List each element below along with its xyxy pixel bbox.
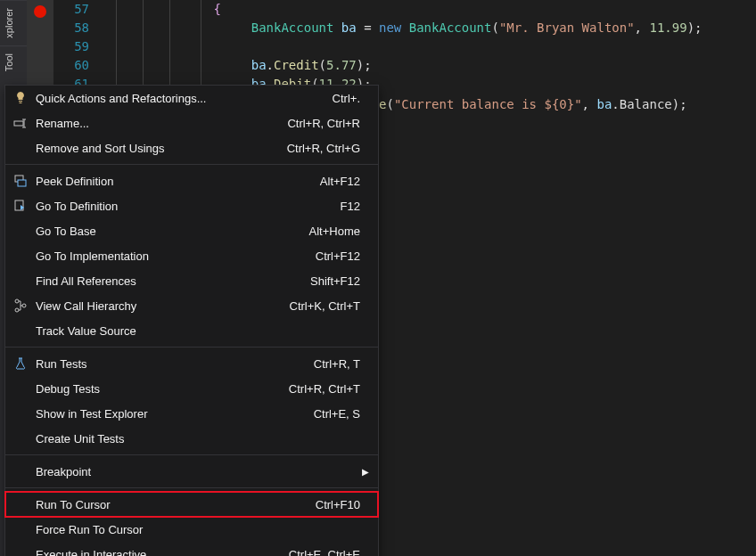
svg-rect-2 bbox=[18, 180, 26, 186]
code-line[interactable]: BankAccount ba = new BankAccount("Mr. Br… bbox=[116, 19, 702, 37]
menu-run-to-cursor[interactable]: Run To Cursor Ctrl+F10 bbox=[5, 492, 378, 517]
menu-separator bbox=[5, 347, 378, 348]
menu-shortcut: Alt+F12 bbox=[320, 175, 371, 188]
menu-label: Create Unit Tests bbox=[36, 432, 360, 446]
menu-shortcut: Ctrl+R, Ctrl+T bbox=[289, 382, 371, 396]
menu-label: Remove and Sort Usings bbox=[36, 142, 287, 155]
rename-icon bbox=[9, 114, 32, 132]
menu-label: Find All References bbox=[36, 274, 310, 288]
menu-label: Show in Test Explorer bbox=[36, 407, 314, 421]
menu-label: Go To Base bbox=[36, 225, 309, 238]
menu-shortcut: Ctrl+F10 bbox=[316, 498, 371, 511]
flask-icon bbox=[9, 355, 32, 372]
lightbulb-icon bbox=[9, 89, 32, 107]
menu-shortcut: Ctrl+E, S bbox=[314, 407, 371, 421]
menu-label: Force Run To Cursor bbox=[36, 523, 360, 536]
submenu-arrow-icon: ▶ bbox=[362, 467, 369, 477]
menu-rename[interactable]: Rename... Ctrl+R, Ctrl+R bbox=[5, 110, 378, 135]
menu-shortcut: Ctrl+K, Ctrl+T bbox=[290, 299, 371, 313]
menu-breakpoint[interactable]: Breakpoint ▶ bbox=[5, 459, 378, 484]
menu-force-run-to-cursor[interactable]: Force Run To Cursor bbox=[5, 517, 378, 542]
menu-shortcut: Ctrl+. bbox=[333, 92, 371, 105]
menu-shortcut: Ctrl+R, Ctrl+G bbox=[287, 142, 371, 155]
code-editor[interactable]: { BankAccount ba = new BankAccount("Mr. … bbox=[116, 0, 702, 94]
line-number: 60 bbox=[53, 56, 89, 75]
menu-show-test-explorer[interactable]: Show in Test Explorer Ctrl+E, S bbox=[5, 401, 378, 426]
menu-peek-definition[interactable]: Peek Definition Alt+F12 bbox=[5, 168, 378, 193]
line-number: 59 bbox=[53, 37, 89, 56]
svg-point-4 bbox=[15, 299, 19, 303]
menu-label: View Call Hierarchy bbox=[36, 299, 290, 313]
side-tab-explorer[interactable]: xplorer bbox=[0, 0, 27, 45]
menu-label: Go To Implementation bbox=[36, 249, 316, 263]
code-line[interactable] bbox=[116, 37, 702, 56]
menu-shortcut: Ctrl+E, Ctrl+E bbox=[289, 548, 371, 557]
menu-view-call-hierarchy[interactable]: View Call Hierarchy Ctrl+K, Ctrl+T bbox=[5, 293, 378, 318]
menu-label: Debug Tests bbox=[36, 382, 289, 396]
code-line[interactable]: ba.Credit(5.77); bbox=[116, 56, 702, 75]
menu-label: Track Value Source bbox=[36, 324, 360, 338]
side-tab-toolbox[interactable]: Tool bbox=[0, 45, 27, 78]
goto-icon bbox=[9, 197, 32, 215]
line-number-gutter: 57 58 59 60 61 bbox=[53, 0, 98, 89]
menu-label: Peek Definition bbox=[36, 175, 320, 188]
menu-label: Run To Cursor bbox=[36, 498, 316, 511]
menu-label: Quick Actions and Refactorings... bbox=[36, 92, 333, 105]
menu-label: Execute in Interactive bbox=[36, 548, 289, 557]
svg-rect-0 bbox=[14, 121, 23, 126]
peek-icon bbox=[9, 172, 32, 190]
menu-shortcut: Ctrl+R, Ctrl+R bbox=[287, 117, 371, 130]
menu-find-all-references[interactable]: Find All References Shift+F12 bbox=[5, 268, 378, 293]
menu-label: Go To Definition bbox=[36, 200, 341, 213]
code-line-trailing[interactable]: e("Current balance is ${0}", ba.Balance)… bbox=[379, 97, 687, 111]
menu-execute-interactive[interactable]: Execute in Interactive Ctrl+E, Ctrl+E bbox=[5, 542, 378, 556]
menu-shortcut: Shift+F12 bbox=[310, 274, 371, 288]
menu-shortcut: F12 bbox=[341, 200, 371, 213]
menu-goto-base[interactable]: Go To Base Alt+Home bbox=[5, 218, 378, 243]
breakpoint-gutter[interactable] bbox=[27, 0, 53, 89]
menu-run-tests[interactable]: Run Tests Ctrl+R, T bbox=[5, 351, 378, 376]
hierarchy-icon bbox=[9, 297, 32, 315]
menu-separator bbox=[5, 487, 378, 488]
menu-separator bbox=[5, 454, 378, 455]
menu-label: Run Tests bbox=[36, 357, 314, 371]
menu-shortcut: Ctrl+F12 bbox=[316, 249, 371, 263]
menu-goto-implementation[interactable]: Go To Implementation Ctrl+F12 bbox=[5, 243, 378, 268]
menu-goto-definition[interactable]: Go To Definition F12 bbox=[5, 193, 378, 218]
menu-remove-sort-usings[interactable]: Remove and Sort Usings Ctrl+R, Ctrl+G bbox=[5, 135, 378, 160]
svg-point-6 bbox=[15, 308, 19, 312]
menu-separator bbox=[5, 164, 378, 165]
menu-track-value-source[interactable]: Track Value Source bbox=[5, 318, 378, 343]
svg-point-5 bbox=[22, 304, 26, 307]
line-number: 58 bbox=[53, 19, 89, 37]
code-line[interactable]: { bbox=[116, 0, 702, 19]
context-menu: Quick Actions and Refactorings... Ctrl+.… bbox=[4, 85, 379, 556]
menu-shortcut: Alt+Home bbox=[309, 225, 371, 238]
menu-create-unit-tests[interactable]: Create Unit Tests bbox=[5, 426, 378, 451]
menu-shortcut: Ctrl+R, T bbox=[314, 357, 371, 371]
line-number: 57 bbox=[53, 0, 89, 19]
menu-debug-tests[interactable]: Debug Tests Ctrl+R, Ctrl+T bbox=[5, 376, 378, 401]
menu-label: Rename... bbox=[36, 117, 287, 130]
menu-quick-actions[interactable]: Quick Actions and Refactorings... Ctrl+. bbox=[5, 86, 378, 110]
breakpoint-icon[interactable] bbox=[34, 5, 46, 18]
menu-label: Breakpoint bbox=[36, 465, 371, 478]
